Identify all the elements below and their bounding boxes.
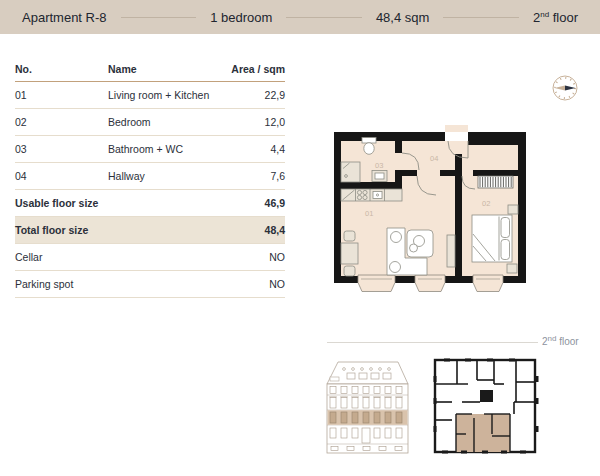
row-no: 01 xyxy=(15,89,108,101)
stair-core xyxy=(480,390,493,402)
shelf xyxy=(447,235,455,267)
label-living: 01 xyxy=(365,209,373,218)
table-row: 03 Bathroom + WC 4,4 xyxy=(15,136,285,163)
col-header-name: Name xyxy=(108,63,225,75)
table-row: 04 Hallway 7,6 xyxy=(15,163,285,190)
compass-icon xyxy=(548,71,582,105)
row-name: Bedroom xyxy=(108,116,225,128)
summary-value: NO xyxy=(225,278,285,290)
room-table: No. Name Area / sqm 01 Living room + Kit… xyxy=(15,57,285,298)
table-row: 01 Living room + Kitchen 22,9 xyxy=(15,82,285,109)
apartment-title: Apartment R-8 xyxy=(22,10,107,25)
apartment-datasheet: Apartment R-8 1 bedroom 48,4 sqm 2nd flo… xyxy=(0,0,600,476)
footer-divider-line xyxy=(327,342,538,343)
row-name: Bathroom + WC xyxy=(108,143,225,155)
header-divider xyxy=(443,17,519,18)
row-name: Hallway xyxy=(108,170,225,182)
cellar-row: Cellar NO xyxy=(15,244,285,271)
shower xyxy=(341,162,360,182)
header-divider xyxy=(121,17,197,18)
total-area: 48,4 sqm xyxy=(376,10,429,25)
summary-label: Parking spot xyxy=(15,278,225,290)
row-no: 03 xyxy=(15,143,108,155)
kitchen-sink xyxy=(373,192,382,199)
dining-table xyxy=(341,243,358,264)
label-bedroom: 02 xyxy=(482,199,490,208)
row-name: Living room + Kitchen xyxy=(108,89,225,101)
header-divider xyxy=(286,17,362,18)
row-area: 7,6 xyxy=(225,170,285,182)
summary-label: Usable floor size xyxy=(15,197,225,209)
summary-label: Total floor size xyxy=(15,224,225,236)
apartment-floorplan: 01 02 03 04 xyxy=(332,125,528,297)
floor-indicator: 2nd floor xyxy=(533,10,578,25)
floor-overview-plan xyxy=(432,356,540,456)
chair xyxy=(344,266,355,276)
bedroom-count: 1 bedroom xyxy=(210,10,272,25)
row-area: 12,0 xyxy=(225,116,285,128)
row-no: 04 xyxy=(15,170,108,182)
summary-value: 46,9 xyxy=(225,197,285,209)
summary-value: NO xyxy=(225,251,285,263)
nightstand xyxy=(508,205,518,214)
nightstand xyxy=(507,264,517,273)
footer-floor-label: 2nd floor xyxy=(542,336,579,347)
total-floor-row: Total floor size 48,4 xyxy=(15,217,285,244)
row-area: 4,4 xyxy=(225,143,285,155)
highlighted-floor-windows xyxy=(330,412,402,423)
usable-floor-row: Usable floor size 46,9 xyxy=(15,190,285,217)
summary-value: 48,4 xyxy=(225,224,285,236)
row-area: 22,9 xyxy=(225,89,285,101)
window-bays xyxy=(358,275,503,292)
col-header-no: No. xyxy=(15,63,108,75)
sofa-cushion xyxy=(390,262,401,273)
building-elevation xyxy=(318,356,418,458)
entrance-door xyxy=(362,428,370,443)
entrance-landing xyxy=(445,125,468,132)
pillow xyxy=(501,240,510,260)
toilet-bowl xyxy=(364,143,374,155)
label-bathroom: 03 xyxy=(375,161,383,170)
parking-row: Parking spot NO xyxy=(15,271,285,298)
toilet-tank xyxy=(362,138,376,144)
sofa-cushion xyxy=(391,232,402,243)
table-row: 02 Bedroom 12,0 xyxy=(15,109,285,136)
kitchen-counter xyxy=(341,189,402,201)
header-band: Apartment R-8 1 bedroom 48,4 sqm 2nd flo… xyxy=(0,0,600,34)
row-no: 02 xyxy=(15,116,108,128)
col-header-area: Area / sqm xyxy=(225,63,285,75)
pillow xyxy=(501,218,510,238)
highlighted-apartment xyxy=(456,414,510,452)
chair xyxy=(344,231,355,241)
table-header-row: No. Name Area / sqm xyxy=(15,57,285,82)
summary-label: Cellar xyxy=(15,251,225,263)
label-hallway: 04 xyxy=(430,154,438,163)
